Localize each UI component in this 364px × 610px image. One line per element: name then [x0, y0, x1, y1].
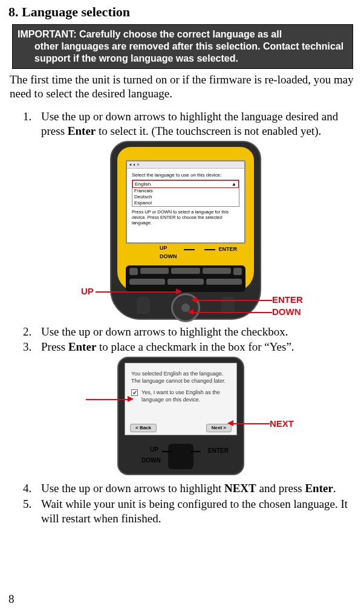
important-lead: IMPORTANT: Carefully choose the correct …	[18, 29, 282, 39]
confirm-checkbox: ✔	[131, 389, 138, 396]
softkey-up: UP	[150, 446, 158, 454]
step-5: 5. Wait while your unit is being configu…	[23, 497, 354, 526]
callout-next: NEXT	[270, 418, 294, 430]
device-screen: You selected English as the language. Th…	[125, 363, 237, 435]
language-option: Francais	[132, 188, 239, 194]
device-illustration: You selected English as the language. Th…	[117, 357, 244, 475]
confirm-line2: The language cannot be changed later.	[131, 378, 230, 385]
step-4: 4. Use the up or down arrows to highligh…	[23, 481, 354, 496]
softkey-down: DOWN	[160, 253, 177, 260]
step-text: Press Enter to place a checkmark in the …	[41, 340, 354, 354]
confirm-line1: You selected English as the language.	[131, 371, 230, 378]
step-2: 2. Use the up or down arrows to highligh…	[23, 325, 354, 339]
softkey-up: UP	[160, 245, 167, 251]
step-1: 1. Use the up or down arrows to highligh…	[23, 109, 354, 138]
language-option: Deutsch	[132, 194, 239, 200]
screen-help-text: Press UP or DOWN to select a language fo…	[132, 209, 239, 226]
screen-prompt: Select the language to use on this devic…	[132, 172, 239, 178]
figure-2: You selected English as the language. Th…	[57, 357, 299, 478]
callout-up: UP	[81, 286, 94, 297]
device-illustration: ◧ ▯ ᯤ Select the language to use on this…	[110, 141, 261, 320]
section-title-text: Language selection	[22, 4, 130, 19]
language-option: Espanol	[132, 200, 239, 206]
figure-1: ◧ ▯ ᯤ Select the language to use on this…	[44, 141, 304, 321]
step-number: 2.	[23, 325, 41, 339]
step-text: Use the up or down arrows to highlight t…	[41, 109, 354, 138]
keypad	[126, 265, 245, 292]
status-bar: ◧ ▯ ᯤ	[127, 161, 244, 169]
step-text: Use the up or down arrows to highlight t…	[41, 325, 354, 339]
step-text: Use the up or down arrows to highlight N…	[41, 481, 354, 496]
windows-key-icon	[129, 268, 138, 275]
softkey-enter: ENTER	[208, 447, 229, 455]
section-heading: 8. Language selection	[8, 4, 356, 21]
softkey-down: DOWN	[141, 457, 161, 465]
callout-down: DOWN	[272, 307, 301, 318]
step-number: 4.	[23, 481, 41, 496]
step-number: 5.	[23, 497, 41, 526]
checkbox-label: Yes, I want to use English as the langua…	[141, 389, 230, 403]
ok-key	[233, 268, 242, 275]
step-number: 1.	[23, 109, 41, 138]
important-warning-box: IMPORTANT: Carefully choose the correct …	[12, 24, 353, 69]
back-button: < Back	[130, 424, 157, 432]
intro-paragraph: The first time the unit is turned on or …	[10, 73, 354, 102]
section-number: 8.	[8, 4, 19, 19]
step-3: 3. Press Enter to place a checkmark in t…	[23, 340, 354, 354]
callout-enter: ENTER	[272, 294, 303, 306]
softkey-enter: ENTER	[218, 246, 237, 253]
language-listbox: English▲ Francais Deutsch Espanol	[132, 180, 239, 207]
important-rest: other languages are removed after this s…	[18, 41, 348, 65]
left-side-button	[137, 297, 150, 314]
device-screen: ◧ ▯ ᯤ Select the language to use on this…	[126, 160, 245, 244]
language-option-selected: English▲	[132, 180, 239, 188]
step-text: Wait while your unit is being configured…	[41, 497, 354, 526]
step-number: 3.	[23, 340, 41, 354]
